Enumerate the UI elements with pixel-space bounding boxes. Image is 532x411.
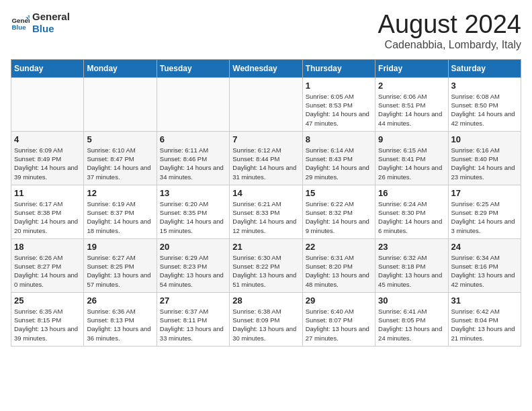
day-cell: 2Sunrise: 6:06 AM Sunset: 8:51 PM Daylig… bbox=[375, 77, 448, 131]
logo: General Blue General Blue bbox=[11, 11, 70, 35]
day-number: 16 bbox=[378, 188, 445, 198]
day-info: Sunrise: 6:14 AM Sunset: 8:43 PM Dayligh… bbox=[306, 146, 372, 181]
header-cell-monday: Monday bbox=[84, 59, 157, 77]
day-number: 12 bbox=[87, 188, 153, 198]
header-cell-saturday: Saturday bbox=[448, 59, 521, 77]
day-number: 31 bbox=[451, 295, 518, 306]
day-number: 7 bbox=[232, 134, 299, 144]
calendar-table: SundayMondayTuesdayWednesdayThursdayFrid… bbox=[11, 59, 521, 347]
day-info: Sunrise: 6:32 AM Sunset: 8:18 PM Dayligh… bbox=[378, 253, 445, 289]
day-number: 9 bbox=[378, 134, 445, 144]
day-cell bbox=[84, 77, 157, 131]
day-info: Sunrise: 6:12 AM Sunset: 8:44 PM Dayligh… bbox=[232, 146, 299, 181]
day-number: 6 bbox=[160, 134, 226, 144]
week-row-4: 18Sunrise: 6:26 AM Sunset: 8:27 PM Dayli… bbox=[11, 238, 521, 292]
day-number: 19 bbox=[87, 242, 153, 252]
week-row-3: 11Sunrise: 6:17 AM Sunset: 8:38 PM Dayli… bbox=[11, 185, 521, 238]
day-info: Sunrise: 6:26 AM Sunset: 8:27 PM Dayligh… bbox=[14, 253, 81, 289]
logo-general: General bbox=[32, 11, 70, 23]
day-info: Sunrise: 6:08 AM Sunset: 8:50 PM Dayligh… bbox=[451, 92, 518, 128]
day-number: 8 bbox=[306, 134, 372, 144]
day-number: 2 bbox=[378, 81, 445, 91]
logo-icon: General Blue bbox=[11, 13, 30, 32]
day-number: 13 bbox=[160, 188, 226, 198]
day-number: 15 bbox=[306, 188, 372, 198]
day-number: 3 bbox=[451, 81, 518, 91]
day-info: Sunrise: 6:29 AM Sunset: 8:23 PM Dayligh… bbox=[160, 253, 226, 289]
day-info: Sunrise: 6:34 AM Sunset: 8:16 PM Dayligh… bbox=[451, 253, 518, 289]
day-number: 28 bbox=[232, 295, 299, 306]
day-cell: 31Sunrise: 6:42 AM Sunset: 8:04 PM Dayli… bbox=[448, 292, 521, 346]
week-row-2: 4Sunrise: 6:09 AM Sunset: 8:49 PM Daylig… bbox=[11, 131, 521, 185]
day-cell: 29Sunrise: 6:40 AM Sunset: 8:07 PM Dayli… bbox=[302, 292, 375, 346]
day-cell: 9Sunrise: 6:15 AM Sunset: 8:41 PM Daylig… bbox=[375, 131, 448, 185]
day-info: Sunrise: 6:25 AM Sunset: 8:29 PM Dayligh… bbox=[451, 199, 518, 235]
day-info: Sunrise: 6:30 AM Sunset: 8:22 PM Dayligh… bbox=[232, 253, 299, 289]
day-info: Sunrise: 6:31 AM Sunset: 8:20 PM Dayligh… bbox=[306, 253, 372, 289]
day-info: Sunrise: 6:42 AM Sunset: 8:04 PM Dayligh… bbox=[451, 307, 518, 342]
day-info: Sunrise: 6:10 AM Sunset: 8:47 PM Dayligh… bbox=[87, 146, 153, 181]
day-info: Sunrise: 6:22 AM Sunset: 8:32 PM Dayligh… bbox=[306, 199, 372, 235]
day-cell: 12Sunrise: 6:19 AM Sunset: 8:37 PM Dayli… bbox=[84, 185, 157, 238]
day-info: Sunrise: 6:16 AM Sunset: 8:40 PM Dayligh… bbox=[451, 146, 518, 181]
day-cell: 15Sunrise: 6:22 AM Sunset: 8:32 PM Dayli… bbox=[302, 185, 375, 238]
day-number: 1 bbox=[306, 81, 372, 91]
day-cell: 19Sunrise: 6:27 AM Sunset: 8:25 PM Dayli… bbox=[84, 238, 157, 292]
day-number: 10 bbox=[451, 134, 518, 144]
day-number: 24 bbox=[451, 242, 518, 252]
svg-text:Blue: Blue bbox=[11, 24, 26, 31]
day-cell: 5Sunrise: 6:10 AM Sunset: 8:47 PM Daylig… bbox=[84, 131, 157, 185]
day-number: 11 bbox=[14, 188, 81, 198]
month-title: August 2024 bbox=[378, 11, 521, 39]
day-info: Sunrise: 6:20 AM Sunset: 8:35 PM Dayligh… bbox=[160, 199, 226, 235]
day-cell: 26Sunrise: 6:36 AM Sunset: 8:13 PM Dayli… bbox=[84, 292, 157, 346]
header-cell-sunday: Sunday bbox=[11, 59, 84, 77]
header-cell-friday: Friday bbox=[375, 59, 448, 77]
header: General Blue General Blue August 2024 Ca… bbox=[11, 11, 521, 51]
day-info: Sunrise: 6:40 AM Sunset: 8:07 PM Dayligh… bbox=[306, 307, 372, 342]
day-info: Sunrise: 6:35 AM Sunset: 8:15 PM Dayligh… bbox=[14, 307, 81, 342]
day-info: Sunrise: 6:17 AM Sunset: 8:38 PM Dayligh… bbox=[14, 199, 81, 235]
day-info: Sunrise: 6:27 AM Sunset: 8:25 PM Dayligh… bbox=[87, 253, 153, 289]
day-cell: 20Sunrise: 6:29 AM Sunset: 8:23 PM Dayli… bbox=[157, 238, 229, 292]
day-number: 20 bbox=[160, 242, 226, 252]
title-area: August 2024 Cadenabbia, Lombardy, Italy bbox=[378, 11, 521, 51]
day-info: Sunrise: 6:37 AM Sunset: 8:11 PM Dayligh… bbox=[160, 307, 226, 342]
day-cell bbox=[230, 77, 302, 131]
day-number: 21 bbox=[232, 242, 299, 252]
day-cell: 13Sunrise: 6:20 AM Sunset: 8:35 PM Dayli… bbox=[157, 185, 229, 238]
day-number: 27 bbox=[160, 295, 226, 306]
logo-blue: Blue bbox=[32, 23, 70, 35]
day-cell: 11Sunrise: 6:17 AM Sunset: 8:38 PM Dayli… bbox=[11, 185, 84, 238]
day-cell: 1Sunrise: 6:05 AM Sunset: 8:53 PM Daylig… bbox=[302, 77, 375, 131]
day-number: 4 bbox=[14, 134, 81, 144]
day-info: Sunrise: 6:06 AM Sunset: 8:51 PM Dayligh… bbox=[378, 92, 445, 128]
day-cell: 25Sunrise: 6:35 AM Sunset: 8:15 PM Dayli… bbox=[11, 292, 84, 346]
day-cell: 30Sunrise: 6:41 AM Sunset: 8:05 PM Dayli… bbox=[375, 292, 448, 346]
day-number: 25 bbox=[14, 295, 81, 306]
header-cell-tuesday: Tuesday bbox=[157, 59, 229, 77]
header-cell-thursday: Thursday bbox=[302, 59, 375, 77]
day-cell: 28Sunrise: 6:38 AM Sunset: 8:09 PM Dayli… bbox=[230, 292, 302, 346]
day-info: Sunrise: 6:11 AM Sunset: 8:46 PM Dayligh… bbox=[160, 146, 226, 181]
day-cell: 4Sunrise: 6:09 AM Sunset: 8:49 PM Daylig… bbox=[11, 131, 84, 185]
day-number: 22 bbox=[306, 242, 372, 252]
day-info: Sunrise: 6:21 AM Sunset: 8:33 PM Dayligh… bbox=[232, 199, 299, 235]
day-cell: 23Sunrise: 6:32 AM Sunset: 8:18 PM Dayli… bbox=[375, 238, 448, 292]
day-cell: 17Sunrise: 6:25 AM Sunset: 8:29 PM Dayli… bbox=[448, 185, 521, 238]
day-number: 17 bbox=[451, 188, 518, 198]
day-number: 18 bbox=[14, 242, 81, 252]
day-cell bbox=[157, 77, 229, 131]
day-cell: 22Sunrise: 6:31 AM Sunset: 8:20 PM Dayli… bbox=[302, 238, 375, 292]
day-cell: 16Sunrise: 6:24 AM Sunset: 8:30 PM Dayli… bbox=[375, 185, 448, 238]
day-cell: 18Sunrise: 6:26 AM Sunset: 8:27 PM Dayli… bbox=[11, 238, 84, 292]
week-row-5: 25Sunrise: 6:35 AM Sunset: 8:15 PM Dayli… bbox=[11, 292, 521, 346]
day-number: 23 bbox=[378, 242, 445, 252]
day-info: Sunrise: 6:05 AM Sunset: 8:53 PM Dayligh… bbox=[306, 92, 372, 128]
day-cell: 10Sunrise: 6:16 AM Sunset: 8:40 PM Dayli… bbox=[448, 131, 521, 185]
header-cell-wednesday: Wednesday bbox=[230, 59, 302, 77]
day-info: Sunrise: 6:36 AM Sunset: 8:13 PM Dayligh… bbox=[87, 307, 153, 342]
day-number: 29 bbox=[306, 295, 372, 306]
day-info: Sunrise: 6:24 AM Sunset: 8:30 PM Dayligh… bbox=[378, 199, 445, 235]
header-row: SundayMondayTuesdayWednesdayThursdayFrid… bbox=[11, 59, 521, 77]
